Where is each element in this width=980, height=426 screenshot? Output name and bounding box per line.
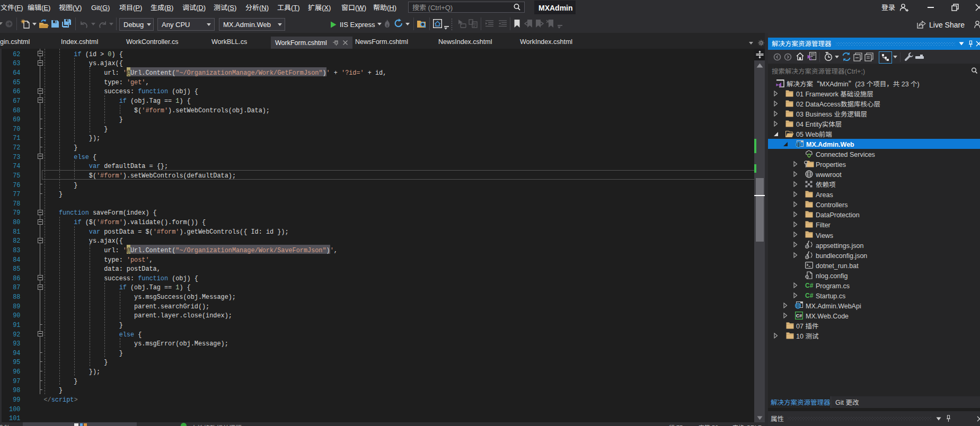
svg-text:C#: C# [805,282,814,289]
svg-text:C#: C# [805,292,814,299]
svg-text:C#: C# [796,313,802,318]
